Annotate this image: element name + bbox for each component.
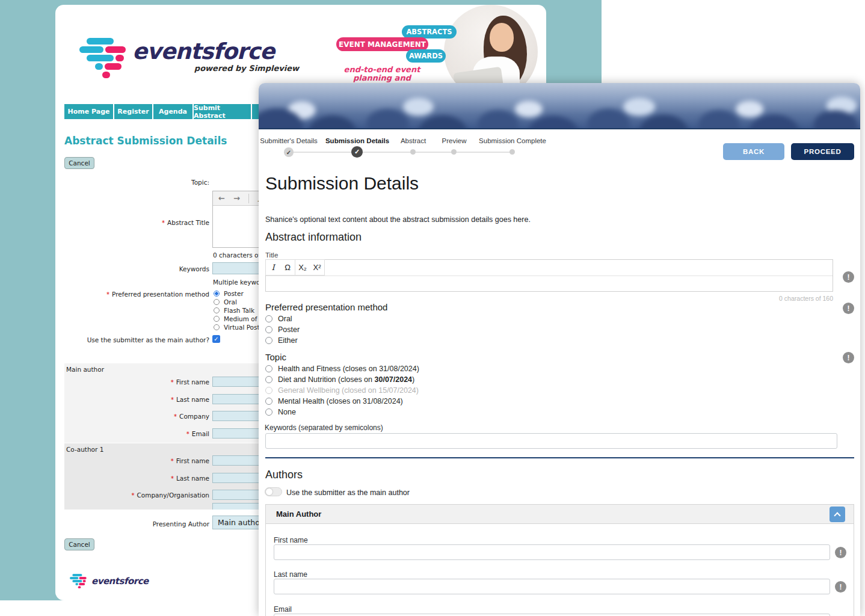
first-name-input[interactable]	[274, 544, 830, 560]
radio-icon[interactable]	[214, 307, 220, 313]
radio-diet-and-nutrition[interactable]: Diet and Nutrition (closes on 30/07/2024…	[265, 375, 414, 384]
radio-icon[interactable]	[214, 299, 220, 305]
radio-health-and-fitness[interactable]: Health and Fitness (closes on 31/08/2024…	[265, 365, 419, 373]
radio-label: Mental Health (closes on 31/08/2024)	[278, 397, 403, 405]
step-label-submission-details: Submission Details	[325, 137, 389, 144]
superscript-icon[interactable]: X²	[310, 260, 324, 275]
title-editor-toolbar: I Ω X₂ X²	[266, 260, 833, 276]
eventsforce-wordmark: eventsforce	[132, 38, 274, 64]
required-marker: *	[171, 458, 174, 464]
radio-oral[interactable]: Oral	[265, 315, 292, 323]
italic-icon[interactable]: I	[266, 260, 280, 275]
footer-wordmark: eventsforce	[91, 576, 149, 587]
nav-tab-submit-abstract[interactable]: Submit Abstract	[194, 104, 251, 119]
field-label: Company	[179, 413, 209, 420]
field-label: First name	[176, 457, 209, 464]
conference-header-image	[259, 83, 860, 129]
use-submitter-checkbox[interactable]: ✓	[212, 335, 220, 343]
special-character-icon[interactable]: Ω	[280, 260, 295, 275]
step-label-abstract: Abstract	[401, 137, 426, 144]
radio-none[interactable]: None	[265, 408, 296, 416]
presentation-method-label: *Preferred presentation method	[55, 291, 209, 298]
required-marker: *	[171, 379, 174, 386]
radio-icon[interactable]	[265, 408, 272, 416]
radio-icon[interactable]	[265, 365, 272, 372]
modern-keywords-input[interactable]	[265, 433, 837, 449]
radio-icon[interactable]	[214, 316, 220, 322]
step-dot-preview[interactable]	[451, 149, 457, 155]
use-submitter-toggle[interactable]	[265, 487, 282, 496]
radio-poster[interactable]: Poster	[265, 325, 300, 334]
ca-last-name-label: *Last name	[55, 475, 209, 482]
radio-icon[interactable]	[265, 337, 272, 344]
undo-icon[interactable]: ←	[218, 194, 225, 203]
radio-label: None	[278, 408, 296, 416]
presenting-author-label: Presenting Author	[55, 520, 209, 528]
abstracts-badge: ABSTRACTS	[402, 25, 457, 38]
step-dot-current[interactable]: ✓	[351, 146, 363, 158]
radio-icon[interactable]	[214, 291, 220, 297]
radio-icon[interactable]	[265, 326, 272, 333]
presentation-info-icon[interactable]: !	[843, 303, 854, 314]
abstract-information-heading: Abstract information	[265, 231, 362, 244]
first-name-label: First name	[274, 536, 308, 544]
cancel-button-bottom[interactable]: Cancel	[64, 538, 94, 550]
back-button[interactable]: BACK	[723, 143, 784, 160]
radio-icon[interactable]	[265, 376, 272, 383]
first-name-info-icon[interactable]: !	[835, 547, 846, 558]
ma-email-label: *Email	[55, 430, 209, 437]
email-input[interactable]	[274, 614, 830, 616]
nav-tab-register[interactable]: Register	[114, 104, 152, 119]
last-name-info-icon[interactable]: !	[835, 581, 846, 593]
nav-tab-home-page[interactable]: Home Page	[64, 104, 113, 119]
radio-label: Poster	[278, 325, 300, 334]
modern-char-counter: 0 characters of 160	[653, 295, 833, 302]
field-label: Company/Organisation	[137, 491, 209, 499]
required-marker: *	[171, 475, 174, 482]
radio-label: Flash Talk	[224, 307, 254, 314]
required-marker: *	[106, 291, 109, 298]
ca-company-label: *Company/Organisation	[55, 491, 209, 499]
main-author-panel: Main Author First name ! Last name ! Ema…	[265, 504, 854, 616]
step-dot-complete[interactable]: ✓	[284, 147, 294, 157]
radio-flash-talk[interactable]: Flash Talk	[214, 307, 254, 314]
subscript-icon[interactable]: X₂	[295, 260, 310, 275]
eventsforce-logo-icon	[79, 38, 126, 80]
collapse-button[interactable]	[830, 507, 845, 522]
title-editor: I Ω X₂ X²	[265, 259, 833, 292]
radio-label: Poster	[224, 290, 244, 297]
topic-info-icon[interactable]: !	[843, 352, 854, 363]
step-label-submission-complete: Submission Complete	[479, 137, 546, 144]
topic-heading: Topic	[265, 352, 286, 362]
photo-face	[490, 23, 514, 52]
radio-poster[interactable]: Poster	[214, 290, 244, 297]
last-name-input[interactable]	[274, 579, 830, 594]
topic-label: Topic:	[55, 179, 209, 186]
abstract-title-label-text: Abstract Title	[167, 219, 209, 226]
title-label: Title	[265, 251, 278, 259]
title-info-icon[interactable]: !	[843, 271, 854, 283]
step-dot-abstract[interactable]	[410, 149, 416, 155]
step-dot-submission-complete[interactable]	[509, 149, 515, 155]
ca-first-name-label: *First name	[55, 457, 209, 464]
nav-tab-agenda[interactable]: Agenda	[153, 104, 192, 119]
toolbar-group-script: X₂ X²	[295, 259, 325, 276]
authors-heading: Authors	[265, 469, 303, 481]
main-author-panel-header: Main Author	[266, 505, 854, 524]
radio-icon[interactable]	[214, 324, 220, 330]
radio-icon[interactable]	[265, 315, 272, 322]
marketing-tagline-line1: end-to-end event planning and	[325, 66, 439, 82]
radio-oral[interactable]: Oral	[214, 298, 237, 306]
title-editor-content[interactable]	[266, 276, 833, 292]
radio-label: Health and Fitness (closes on 31/08/2024…	[278, 365, 419, 373]
cancel-button-top[interactable]: Cancel	[64, 157, 94, 169]
ma-company-label: *Company	[55, 413, 209, 420]
required-marker: *	[186, 431, 189, 437]
redo-icon[interactable]: →	[233, 194, 240, 203]
radio-either[interactable]: Either	[265, 336, 298, 345]
radio-mental-health[interactable]: Mental Health (closes on 31/08/2024)	[265, 397, 403, 405]
required-marker: *	[131, 492, 134, 499]
proceed-button[interactable]: PROCEED	[791, 143, 854, 160]
radio-icon[interactable]	[265, 398, 272, 405]
presentation-method-heading: Preferred presentation method	[265, 302, 387, 312]
